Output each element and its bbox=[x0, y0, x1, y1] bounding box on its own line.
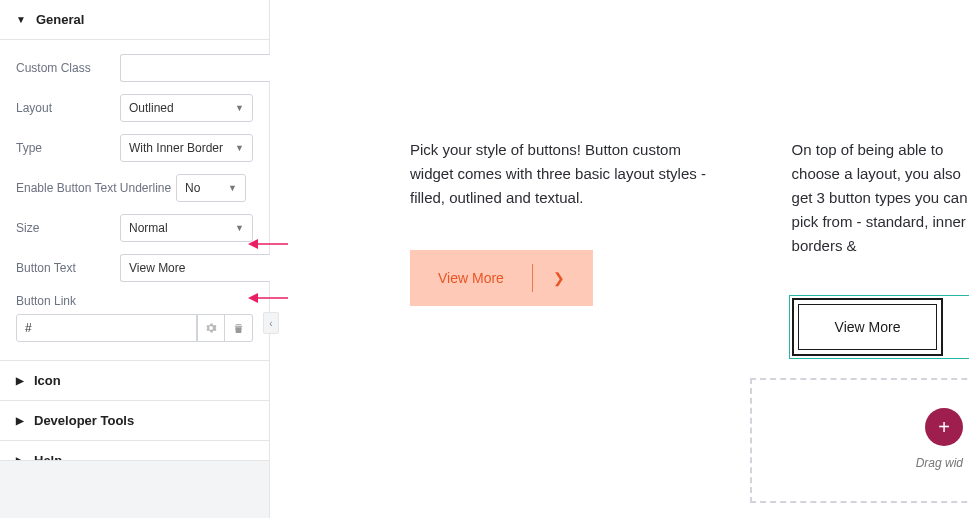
chevron-left-icon: ‹ bbox=[269, 318, 272, 329]
accordion-developer-tools[interactable]: ▶ Developer Tools bbox=[0, 401, 269, 441]
accordion-label: Developer Tools bbox=[34, 413, 134, 428]
input-button-link[interactable] bbox=[16, 314, 197, 342]
field-type: Type With Inner Border ▼ bbox=[16, 134, 253, 162]
preview-column-2: On top of being able to choose a layout,… bbox=[792, 138, 969, 356]
label-type: Type bbox=[16, 141, 120, 155]
button-label: View More bbox=[438, 270, 504, 286]
description-text: On top of being able to choose a layout,… bbox=[792, 138, 969, 258]
button-preview-outlined[interactable]: View More bbox=[792, 298, 944, 356]
chevron-down-icon: ▼ bbox=[16, 14, 26, 25]
select-enable-underline[interactable]: No ▼ bbox=[176, 174, 246, 202]
chevron-down-icon: ▼ bbox=[235, 143, 244, 153]
description-text: Pick your style of buttons! Button custo… bbox=[410, 138, 712, 210]
settings-sidebar: ▼ General Custom Class Layout Outlined ▼ bbox=[0, 0, 270, 518]
field-size: Size Normal ▼ bbox=[16, 214, 253, 242]
chevron-right-icon: ❯ bbox=[553, 270, 565, 286]
button-preview-filled[interactable]: View More ❯ bbox=[410, 250, 593, 306]
label-button-link: Button Link bbox=[16, 294, 253, 308]
field-button-link: Button Link bbox=[16, 294, 253, 342]
gear-icon[interactable] bbox=[197, 314, 225, 342]
collapse-sidebar-button[interactable]: ‹ bbox=[263, 312, 279, 334]
select-type[interactable]: With Inner Border ▼ bbox=[120, 134, 253, 162]
field-layout: Layout Outlined ▼ bbox=[16, 94, 253, 122]
label-size: Size bbox=[16, 221, 120, 235]
accordion-icon[interactable]: ▶ Icon bbox=[0, 360, 269, 401]
field-enable-underline: Enable Button Text Underline No ▼ bbox=[16, 174, 253, 202]
chevron-down-icon: ▼ bbox=[228, 183, 237, 193]
input-button-text[interactable] bbox=[120, 254, 287, 282]
general-panel: Custom Class Layout Outlined ▼ Type bbox=[0, 40, 269, 360]
chevron-down-icon: ▼ bbox=[235, 223, 244, 233]
preview-canvas: Pick your style of buttons! Button custo… bbox=[270, 0, 969, 518]
accordion-general[interactable]: ▼ General bbox=[0, 0, 269, 40]
label-layout: Layout bbox=[16, 101, 120, 115]
accordion-label: General bbox=[36, 12, 84, 27]
field-button-text: Button Text bbox=[16, 254, 253, 282]
select-layout[interactable]: Outlined ▼ bbox=[120, 94, 253, 122]
divider bbox=[532, 264, 533, 292]
sidebar-footer bbox=[0, 460, 269, 518]
field-custom-class: Custom Class bbox=[16, 54, 253, 82]
label-button-text: Button Text bbox=[16, 261, 120, 275]
select-size[interactable]: Normal ▼ bbox=[120, 214, 253, 242]
chevron-right-icon: ▶ bbox=[16, 415, 24, 426]
plus-icon: + bbox=[938, 416, 950, 439]
drag-hint-text: Drag wid bbox=[916, 456, 963, 470]
label-enable-underline: Enable Button Text Underline bbox=[16, 181, 176, 195]
button-label: View More bbox=[835, 319, 901, 335]
input-custom-class[interactable] bbox=[120, 54, 287, 82]
add-widget-button[interactable]: + bbox=[925, 408, 963, 446]
preview-column-1: Pick your style of buttons! Button custo… bbox=[410, 138, 712, 356]
reset-icon[interactable] bbox=[225, 314, 253, 342]
chevron-down-icon: ▼ bbox=[235, 103, 244, 113]
chevron-right-icon: ▶ bbox=[16, 375, 24, 386]
label-custom-class: Custom Class bbox=[16, 61, 120, 75]
accordion-label: Icon bbox=[34, 373, 61, 388]
